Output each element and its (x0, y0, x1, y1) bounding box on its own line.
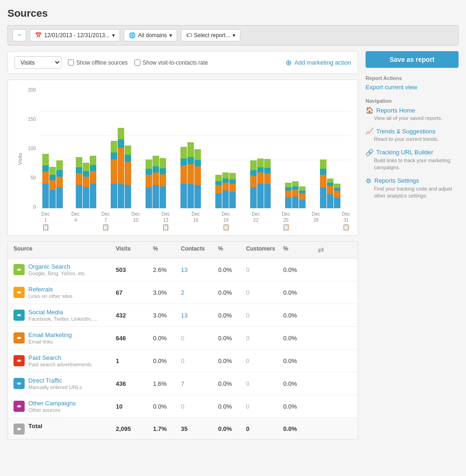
export-current-view-link[interactable]: Export current view (366, 84, 417, 91)
svg-rect-85 (257, 159, 264, 167)
x-label-dec22: Dec22 (252, 212, 260, 231)
svg-rect-54 (180, 184, 187, 208)
svg-rect-27 (90, 171, 96, 184)
svg-rect-83 (257, 172, 264, 184)
table-row: Other Campaigns Other sources 10 0.0% 0 … (8, 395, 358, 418)
paid-visits: 1 (116, 357, 153, 364)
date-range-button[interactable]: 📅 12/01/2013 - 12/31/2013... ▾ (30, 29, 120, 41)
svg-rect-67 (215, 185, 222, 193)
other-contacts: 0 (181, 403, 218, 410)
domain-button[interactable]: 🌐 All domains ▾ (124, 29, 177, 41)
paid-customers: 0 (246, 357, 283, 364)
svg-rect-73 (222, 172, 229, 178)
svg-rect-39 (125, 162, 131, 185)
svg-rect-32 (111, 152, 117, 159)
total-contacts-pct: 0.0% (218, 425, 246, 432)
table-row: Paid Search Paid search advertisements 1… (8, 350, 358, 372)
add-action-label: Add marketing action (294, 59, 351, 66)
nav-item-reports-home: 🏠 Reports Home View all of your saved re… (366, 106, 459, 122)
report-button[interactable]: 🏷 Select report... ▾ (181, 29, 240, 41)
svg-rect-103 (320, 175, 326, 187)
reports-settings-link[interactable]: ⚙ Reports Settings (366, 177, 459, 185)
paid-search-link[interactable]: Paid Search (28, 354, 92, 361)
svg-rect-102 (320, 187, 326, 208)
x-label-dec16: Dec16 (192, 212, 200, 231)
sort-icon[interactable]: ⇄ (311, 245, 330, 254)
pulse-button[interactable]: ~ (13, 29, 26, 41)
organic-search-link[interactable]: Organic Search (28, 263, 86, 270)
dropdown-icon-3: ▾ (233, 32, 235, 39)
reports-home-desc: View all of your saved reports. (366, 115, 459, 122)
svg-rect-19 (76, 173, 82, 185)
social-contacts[interactable]: 13 (181, 312, 218, 319)
direct-contacts[interactable]: 7 (181, 380, 218, 387)
other-campaigns-link[interactable]: Other Campaigns (28, 400, 76, 407)
svg-rect-18 (76, 185, 82, 208)
svg-rect-43 (146, 175, 152, 187)
svg-rect-75 (229, 184, 236, 192)
paid-contacts-pct: 0.0% (218, 357, 246, 364)
trends-link[interactable]: 📈 Trends & Suggestions (366, 127, 459, 135)
direct-customers-pct: 0.0% (283, 380, 311, 387)
col-customers: Customers (246, 245, 283, 254)
svg-rect-40 (125, 155, 131, 162)
referrals-sub: Links on other sites (28, 293, 73, 299)
svg-rect-72 (222, 178, 229, 183)
offline-sources-checkbox-label[interactable]: Show offline sources (68, 60, 128, 66)
svg-rect-12 (49, 175, 56, 180)
referrals-contacts[interactable]: 2 (181, 289, 218, 296)
svg-rect-86 (264, 184, 271, 208)
social-media-link[interactable]: Social Media (28, 309, 98, 316)
referrals-contacts-pct: 0.0% (218, 289, 246, 296)
save-as-report-button[interactable]: Save as report (366, 51, 459, 68)
metric-select[interactable]: Visits Contacts Customers (14, 56, 61, 69)
source-cell-social: Social Media Facebook, Twitter, LinkedIn… (13, 309, 116, 322)
svg-rect-106 (327, 194, 333, 208)
organic-contacts[interactable]: 13 (181, 266, 218, 273)
svg-rect-48 (153, 166, 159, 172)
calendar-marker-6: 📋 (342, 224, 350, 231)
offline-sources-checkbox[interactable] (68, 60, 74, 66)
reports-home-link[interactable]: 🏠 Reports Home (366, 106, 459, 114)
svg-rect-26 (90, 184, 96, 208)
nav-item-trends: 📈 Trends & Suggestions React to your cur… (366, 127, 459, 143)
table-row: Organic Search Google, Bing, Yahoo, etc.… (8, 258, 358, 281)
tracking-url-link[interactable]: 🔗 Tracking URL Builder (366, 149, 459, 156)
referrals-visits: 67 (116, 289, 153, 296)
table-row: Social Media Facebook, Twitter, LinkedIn… (8, 304, 358, 327)
col-visits-pct: % (153, 245, 181, 254)
navigation-title: Navigation (366, 98, 459, 104)
email-marketing-link[interactable]: Email Marketing (28, 331, 72, 338)
nav-item-settings: ⚙ Reports Settings Find your tracking co… (366, 177, 459, 200)
col-source: Source (13, 245, 116, 254)
x-label-dec10: Dec10 (132, 212, 140, 231)
dropdown-icon-2: ▾ (169, 32, 172, 39)
svg-rect-63 (194, 166, 201, 185)
social-media-icon (13, 310, 25, 321)
source-cell-referrals: Referrals Links on other sites (13, 286, 116, 299)
visit-rate-checkbox[interactable] (134, 60, 140, 66)
navigation-section: Navigation 🏠 Reports Home View all of yo… (366, 98, 459, 199)
svg-rect-71 (222, 183, 229, 191)
svg-rect-111 (334, 191, 340, 198)
svg-rect-62 (194, 185, 201, 208)
visit-rate-checkbox-label[interactable]: Show visit-to-contacts rate (134, 60, 208, 66)
bar-chart (39, 87, 350, 208)
svg-rect-82 (257, 184, 264, 208)
direct-traffic-link[interactable]: Direct Traffic (28, 377, 82, 384)
referrals-customers: 0 (246, 289, 283, 296)
svg-rect-49 (153, 156, 159, 166)
col-contacts: Contacts (181, 245, 218, 254)
link-icon: 🔗 (366, 149, 373, 156)
x-label-dec31: Dec31 📋 (342, 212, 350, 231)
svg-rect-51 (160, 174, 166, 186)
calendar-icon: 📅 (35, 32, 42, 39)
add-marketing-action-button[interactable]: ⊕ Add marketing action (286, 58, 351, 67)
svg-rect-29 (90, 156, 96, 165)
reports-settings-label: Reports Settings (374, 177, 419, 184)
svg-rect-58 (187, 184, 194, 208)
svg-rect-7 (42, 172, 49, 184)
x-label-dec25: Dec25 📋 (282, 212, 290, 231)
referrals-link[interactable]: Referrals (28, 286, 73, 293)
x-label-dec1: Dec1 📋 (41, 212, 50, 231)
